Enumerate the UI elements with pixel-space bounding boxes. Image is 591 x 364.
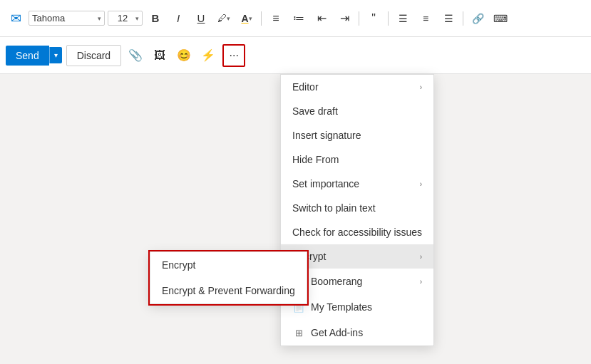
font-size-selector[interactable]: 12 ▾ [108,11,143,26]
menu-item-get-addins[interactable]: ⊞ Get Add-ins [281,320,433,345]
menu-item-check-accessibility-label: Check for accessibility issues [292,227,422,238]
menu-item-hide-from-label: Hide From [292,154,339,165]
align-left-button[interactable]: ☰ [393,9,413,28]
underline-button[interactable]: U [191,9,211,28]
font-color-chevron-icon: ▾ [249,15,252,22]
formatting-toolbar: ✉ Tahoma ▾ 12 ▾ B I U 🖊 ▾ A ▾ ≡ ≔ ⇤ ⇥ " … [0,0,591,37]
bullet-list-button[interactable]: ≡ [266,9,286,28]
numbered-list-button[interactable]: ≔ [289,9,309,28]
align-center-button[interactable]: ≡ [416,9,436,28]
more-options-menu: Editor › Save draft Insert signature Hid… [280,74,434,346]
italic-button[interactable]: I [168,9,188,28]
more-formatting-button[interactable]: ⌨ [490,9,510,28]
font-name-selector[interactable]: Tahoma ▾ [29,11,105,26]
apps-button[interactable]: ⚡ [198,46,218,66]
attach-file-button[interactable]: 📎 [125,46,145,66]
send-button[interactable]: Send [6,46,49,66]
font-name-value: Tahoma [32,13,96,24]
menu-item-check-accessibility[interactable]: Check for accessibility issues [281,220,433,244]
discard-button[interactable]: Discard [66,45,121,66]
decrease-indent-button[interactable]: ⇤ [312,9,332,28]
app-logo-icon: ✉ [6,9,26,28]
increase-indent-button[interactable]: ⇥ [334,9,354,28]
submenu-encrypt-prevent[interactable]: Encrypt & Prevent Forwarding [150,278,307,303]
menu-item-switch-plain[interactable]: Switch to plain text [281,196,433,220]
menu-item-get-addins-label: Get Add-ins [311,327,363,338]
separator-1 [261,11,262,26]
menu-item-boomerang-label: Boomerang [311,276,362,287]
font-size-value: 12 [111,13,134,24]
insert-image-button[interactable]: 🖼 [150,46,170,66]
submenu-encrypt-label: Encrypt [162,259,195,271]
highlight-button[interactable]: 🖊 ▾ [214,9,234,28]
send-options-button[interactable]: ▾ [49,47,62,63]
menu-item-switch-plain-label: Switch to plain text [292,202,376,214]
boomerang-submenu-icon: › [420,278,422,286]
menu-item-editor[interactable]: Editor › [281,75,433,99]
send-button-group: Send ▾ [6,46,62,66]
font-size-chevron-icon: ▾ [135,15,139,22]
menu-item-save-draft-label: Save draft [292,105,338,117]
font-color-button[interactable]: A ▾ [237,9,257,28]
more-options-button[interactable]: ··· [222,44,245,67]
bold-button[interactable]: B [145,9,165,28]
insert-link-button[interactable]: 🔗 [468,9,488,28]
separator-2 [359,11,359,26]
font-color-icon: A [241,13,248,24]
send-chevron-icon: ▾ [54,51,58,59]
compose-area: Editor › Save draft Insert signature Hid… [0,74,591,364]
font-name-chevron-icon: ▾ [98,15,101,22]
menu-item-set-importance-label: Set importance [292,178,359,189]
menu-item-set-importance[interactable]: Set importance › [281,172,433,196]
highlight-icon: 🖊 [217,13,227,24]
addins-item-left: ⊞ Get Add-ins [292,326,363,339]
menu-item-hide-from[interactable]: Hide From [281,147,433,172]
align-right-button[interactable]: ☰ [438,9,458,28]
menu-item-save-draft[interactable]: Save draft [281,99,433,123]
encrypt-submenu: Encrypt Encrypt & Prevent Forwarding [150,251,307,304]
separator-3 [388,11,389,26]
insert-emoji-button[interactable]: 😊 [174,46,194,66]
menu-item-insert-signature-label: Insert signature [292,130,361,141]
quote-button[interactable]: " [364,9,384,28]
encrypt-submenu-icon: › [420,253,422,261]
addins-icon: ⊞ [292,326,305,339]
action-toolbar: Send ▾ Discard 📎 🖼 😊 ⚡ ··· [0,37,591,74]
set-importance-submenu-icon: › [420,180,422,188]
menu-item-my-templates-label: My Templates [311,301,372,313]
submenu-encrypt[interactable]: Encrypt [150,252,307,278]
highlight-chevron-icon: ▾ [227,15,230,22]
submenu-encrypt-prevent-label: Encrypt & Prevent Forwarding [162,285,295,296]
menu-item-editor-label: Editor [292,81,319,93]
editor-submenu-icon: › [420,83,422,91]
separator-4 [463,11,463,26]
menu-item-insert-signature[interactable]: Insert signature [281,123,433,147]
